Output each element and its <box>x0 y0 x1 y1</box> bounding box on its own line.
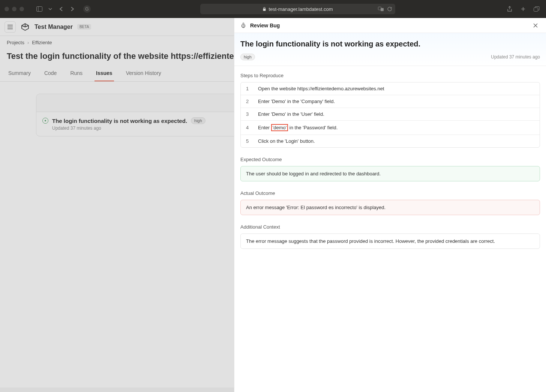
actual-label: Actual Outcome <box>240 190 540 196</box>
actual-outcome: An error message 'Error: El password es … <box>240 200 540 215</box>
tab-summary[interactable]: Summary <box>7 66 32 81</box>
expected-label: Expected Outcome <box>240 157 540 162</box>
step-text: Enter 'demo' in the 'Password' field. <box>258 124 338 131</box>
traffic-close-icon[interactable] <box>4 7 9 11</box>
status-open-icon <box>42 118 48 124</box>
svg-rect-2 <box>263 9 266 11</box>
tab-runs[interactable]: Runs <box>69 66 84 81</box>
highlight-box: 'demo' <box>271 124 288 131</box>
step-num: 5 <box>246 138 251 144</box>
panel-title-section: The login functionality is not working a… <box>234 33 546 66</box>
close-button[interactable] <box>531 21 540 30</box>
panel-body: Steps to Reproduce 1 Open the website ht… <box>234 66 546 392</box>
expected-outcome: The user should be logged in and redirec… <box>240 166 540 181</box>
step-num: 1 <box>246 86 251 91</box>
priority-badge: high <box>240 54 255 60</box>
beta-badge: BETA <box>77 24 91 30</box>
share-icon[interactable] <box>505 4 514 14</box>
new-tab-icon[interactable] <box>518 4 528 14</box>
tab-code[interactable]: Code <box>43 66 58 81</box>
browser-chrome: G test-manager.lambdatest.com <box>0 0 546 18</box>
reload-icon[interactable] <box>387 6 392 12</box>
svg-rect-5 <box>534 8 538 12</box>
sidebar-toggle-icon[interactable] <box>34 4 44 14</box>
step-row: 1 Open the website https://effizientedem… <box>241 82 540 95</box>
steps-table: 1 Open the website https://effizientedem… <box>240 82 540 148</box>
svg-rect-0 <box>37 7 42 12</box>
breadcrumb-root[interactable]: Projects <box>7 40 24 45</box>
step-text: Click on the 'Login' button. <box>258 138 315 144</box>
step-num: 3 <box>246 111 251 117</box>
back-icon[interactable] <box>56 4 66 14</box>
step-row: 4 Enter 'demo' in the 'Password' field. <box>241 121 540 135</box>
panel-updated: Updated 37 minutes ago <box>491 54 540 60</box>
chevron-right-icon: › <box>27 40 29 45</box>
lock-icon <box>262 7 266 11</box>
tabs-icon[interactable] <box>532 4 542 14</box>
chevron-down-icon[interactable] <box>47 4 53 14</box>
traffic-min-icon[interactable] <box>12 7 16 11</box>
svg-rect-4 <box>381 8 384 11</box>
additional-label: Additional Context <box>240 224 540 230</box>
panel-header: Review Bug <box>234 18 546 33</box>
app-title: Test Manager <box>34 24 73 30</box>
step-row: 3 Enter 'Demo' in the 'User' field. <box>241 108 540 121</box>
review-bug-panel: Review Bug The login functionality is no… <box>234 18 546 392</box>
traffic-max-icon[interactable] <box>20 7 24 11</box>
translate-icon[interactable] <box>378 6 384 12</box>
tab-version-history[interactable]: Version History <box>124 66 163 81</box>
step-row: 2 Enter 'Demo' in the 'Company' field. <box>241 95 540 108</box>
logo-icon <box>20 22 30 32</box>
step-row: 5 Click on the 'Login' button. <box>241 135 540 147</box>
step-text: Open the website https://effizientedemo.… <box>258 86 384 91</box>
svg-point-6 <box>45 120 46 121</box>
forward-icon[interactable] <box>68 4 77 14</box>
step-num: 4 <box>246 125 251 130</box>
steps-label: Steps to Reproduce <box>240 73 540 78</box>
tab-issues[interactable]: Issues <box>94 66 114 81</box>
panel-header-title: Review Bug <box>250 22 527 28</box>
step-num: 2 <box>246 99 251 104</box>
bug-icon <box>240 22 246 28</box>
bug-title: The login functionality is not working a… <box>240 40 540 48</box>
close-icon <box>533 23 538 28</box>
menu-button[interactable] <box>4 21 16 33</box>
grammarly-icon[interactable]: G <box>83 5 91 13</box>
traffic-lights <box>4 7 24 11</box>
url-text: test-manager.lambdatest.com <box>268 6 333 12</box>
additional-context: The error message suggests that the pass… <box>240 233 540 249</box>
step-text: Enter 'Demo' in the 'Company' field. <box>258 99 335 104</box>
issue-title: The login functionality is not working a… <box>52 118 187 124</box>
url-bar[interactable]: test-manager.lambdatest.com <box>200 4 395 14</box>
step-text: Enter 'Demo' in the 'User' field. <box>258 111 324 117</box>
breadcrumb-current[interactable]: Effiziente <box>32 40 52 45</box>
priority-badge: high <box>191 117 206 124</box>
